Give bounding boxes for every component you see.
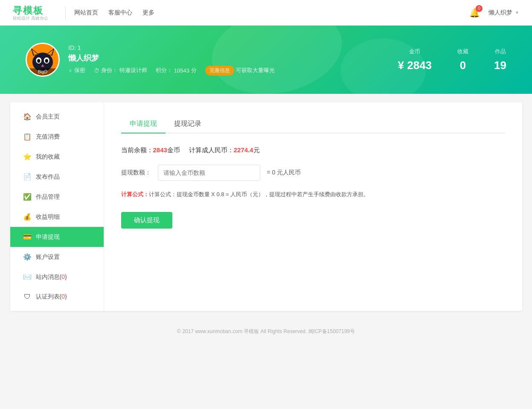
- tab-apply[interactable]: 申请提现: [121, 115, 166, 133]
- tab-history[interactable]: 提现记录: [166, 115, 210, 133]
- footer-text: © 2017 www.xunmoban.com 寻模板 All Rights R…: [177, 328, 355, 334]
- user-info: ID: 1 懒人织梦 ♀ 保密 ⏱ 身份： 特邀设计师 积分： 10543 分 …: [68, 44, 275, 75]
- rmb-value: 2274.4: [234, 146, 253, 154]
- sidebar-item-recharge[interactable]: 📋 充值消费: [10, 127, 104, 147]
- svg-point-9: [45, 59, 48, 63]
- score-value: 10543: [174, 67, 189, 74]
- hero-banner: BigD ID: 1 懒人织梦 ♀ 保密 ⏱ 身份： 特邀设计师 积分： 105…: [0, 26, 532, 94]
- sidebar-item-publish[interactable]: 📄 发布作品: [10, 167, 104, 187]
- collect-icon: ⭐: [23, 153, 32, 161]
- user-menu[interactable]: 懒人织梦 ▼: [488, 9, 519, 17]
- score-unit: 分: [191, 67, 197, 74]
- withdraw-row: 提现数额： = 0 元人民币: [121, 165, 505, 181]
- gender-icon: ♀: [68, 67, 73, 74]
- footer: © 2017 www.xunmoban.com 寻模板 All Rights R…: [0, 319, 532, 344]
- nav-home[interactable]: 网站首页: [74, 9, 98, 17]
- sidebar-label-withdraw: 申请提现: [36, 233, 60, 241]
- hero-user-name: 懒人织梦: [68, 53, 275, 63]
- svg-text:BigD: BigD: [38, 70, 47, 74]
- content-wrapper: 🏠 会员主页 📋 充值消费 ⭐ 我的收藏 📄 发布作品 ✅ 作品管理 💰 收: [10, 102, 522, 311]
- nav-service[interactable]: 客服中心: [108, 9, 132, 17]
- score-info: 积分： 10543 分: [156, 67, 197, 74]
- collect-value: 0: [457, 59, 468, 72]
- sidebar-item-collect[interactable]: ⭐ 我的收藏: [10, 147, 104, 167]
- nav-right: 🔔 0 懒人织梦 ▼: [469, 8, 519, 18]
- hero-stats: 金币 ¥ 2843 收藏 0 作品 19: [398, 48, 506, 72]
- works-value: 19: [494, 59, 506, 72]
- stat-collect: 收藏 0: [457, 48, 468, 72]
- identity-label: 身份：: [101, 67, 118, 74]
- sidebar: 🏠 会员主页 📋 充值消费 ⭐ 我的收藏 📄 发布作品 ✅ 作品管理 💰 收: [10, 102, 104, 311]
- privacy-text: 保密: [74, 67, 85, 74]
- income-icon: 💰: [23, 213, 32, 221]
- sidebar-label-home: 会员主页: [36, 113, 60, 121]
- works-label: 作品: [494, 48, 506, 55]
- sidebar-label-certify: 认证列表(0): [36, 293, 67, 301]
- logo-sub-text: 轻松设计 高效办公: [13, 15, 48, 21]
- balance-prefix: 当前余额：: [121, 146, 153, 154]
- sidebar-label-works: 作品管理: [36, 193, 60, 201]
- collect-label: 收藏: [457, 48, 468, 55]
- confirm-withdraw-button[interactable]: 确认提现: [121, 212, 172, 229]
- logo: 寻模板 轻松设计 高效办公: [13, 4, 48, 21]
- complete-info-suffix: 可获取大量曝光: [236, 67, 275, 74]
- gender-privacy: ♀ 保密: [68, 67, 85, 74]
- certify-icon: 🛡: [23, 293, 32, 301]
- stat-gold: 金币 ¥ 2843: [398, 48, 432, 72]
- sidebar-label-settings: 账户设置: [36, 253, 60, 261]
- page-wrapper: 🏠 会员主页 📋 充值消费 ⭐ 我的收藏 📄 发布作品 ✅ 作品管理 💰 收: [0, 102, 532, 344]
- sidebar-label-messages: 站内消息(0): [36, 273, 67, 281]
- sidebar-item-home[interactable]: 🏠 会员主页: [10, 107, 104, 127]
- balance-unit: 金币: [167, 146, 180, 154]
- gold-value: ¥ 2843: [398, 59, 432, 72]
- nav-divider: [65, 6, 66, 19]
- identity-value: 特邀设计师: [119, 67, 147, 74]
- nav-more[interactable]: 更多: [142, 9, 154, 17]
- caret-icon: ▼: [515, 10, 519, 15]
- sidebar-label-collect: 我的收藏: [36, 153, 60, 161]
- complete-info-area: 完善信息 可获取大量曝光: [205, 66, 275, 75]
- identity-info: ⏱ 身份： 特邀设计师: [94, 67, 147, 74]
- recharge-icon: 📋: [23, 133, 32, 141]
- sidebar-item-withdraw[interactable]: 💳 申请提现: [10, 227, 104, 247]
- balance-row: 当前余额：2843金币 计算成人民币：2274.4元: [121, 146, 505, 154]
- publish-icon: 📄: [23, 173, 32, 181]
- rmb-unit: 元: [253, 146, 260, 154]
- sidebar-label-recharge: 充值消费: [36, 133, 60, 141]
- sidebar-item-works[interactable]: ✅ 作品管理: [10, 187, 104, 207]
- content-area: 申请提现 提现记录 当前余额：2843金币 计算成人民币：2274.4元 提现数…: [104, 102, 522, 311]
- notification-bell[interactable]: 🔔 0: [469, 8, 480, 18]
- svg-point-8: [37, 59, 40, 63]
- home-icon: 🏠: [23, 113, 32, 121]
- user-id: ID: 1: [68, 44, 275, 51]
- formula-text: 计算公式：计算公式：提现金币数量 X 0.8 = 人民币（元），提现过程中若产生…: [121, 189, 505, 199]
- rmb-prefix: 计算成人民币：: [189, 146, 234, 154]
- sidebar-label-income: 收益明细: [36, 213, 60, 221]
- withdraw-icon: 💳: [23, 233, 32, 241]
- user-menu-name: 懒人织梦: [488, 9, 512, 17]
- gold-label: 金币: [398, 48, 432, 55]
- balance-value: 2843: [153, 146, 167, 154]
- sidebar-label-publish: 发布作品: [36, 173, 60, 181]
- complete-info-button[interactable]: 完善信息: [205, 66, 234, 75]
- sidebar-item-settings[interactable]: ⚙️ 账户设置: [10, 247, 104, 267]
- works-mgmt-icon: ✅: [23, 193, 32, 201]
- top-nav: 寻模板 轻松设计 高效办公 网站首页 客服中心 更多 🔔 0 懒人织梦 ▼: [0, 0, 532, 26]
- messages-icon: ✉️: [23, 273, 32, 281]
- sidebar-item-messages[interactable]: ✉️ 站内消息(0): [10, 267, 104, 287]
- stat-works: 作品 19: [494, 48, 506, 72]
- notification-badge: 0: [476, 5, 483, 12]
- sidebar-item-income[interactable]: 💰 收益明细: [10, 207, 104, 227]
- user-meta: ♀ 保密 ⏱ 身份： 特邀设计师 积分： 10543 分 完善信息 可获取大量曝…: [68, 66, 275, 75]
- logo-main-text: 寻模板: [13, 5, 44, 16]
- clock-icon: ⏱: [94, 67, 99, 74]
- nav-links: 网站首页 客服中心 更多: [74, 9, 154, 17]
- sidebar-item-certify[interactable]: 🛡 认证列表(0): [10, 287, 104, 307]
- withdraw-input[interactable]: [158, 165, 260, 181]
- settings-icon: ⚙️: [23, 253, 32, 261]
- withdraw-label: 提现数额：: [121, 169, 151, 177]
- tab-bar: 申请提现 提现记录: [121, 115, 505, 133]
- score-label: 积分：: [156, 67, 172, 74]
- withdraw-equals: = 0 元人民币: [267, 169, 301, 177]
- avatar: BigD: [26, 43, 60, 77]
